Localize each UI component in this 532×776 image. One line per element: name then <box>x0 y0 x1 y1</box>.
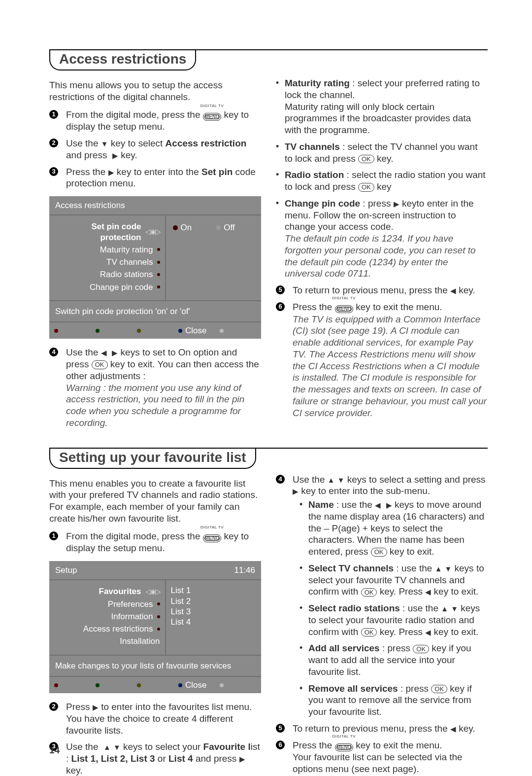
step-number-4: 4 <box>276 475 285 484</box>
ok-key-icon: OK <box>92 360 108 369</box>
step-1: 1 From the digital mode, press the DIGIT… <box>49 530 261 555</box>
menu-hint: Make changes to your lists of favourite … <box>49 655 261 676</box>
menu-list: List 2 <box>171 596 257 606</box>
left-column: This menu enables you to create a favour… <box>49 474 261 776</box>
down-arrow-icon: ▼ <box>445 564 452 574</box>
intro-text: This menu allows you to setup the access… <box>49 79 261 103</box>
menu-key-icon: DIGITAL TV MENU <box>335 740 353 752</box>
menu-footer: Close <box>49 676 261 693</box>
right-column: 4 Use the ▲ ▼ keys to select a setting a… <box>276 474 488 776</box>
ok-key-icon: OK <box>413 645 429 654</box>
down-arrow-icon: ▼ <box>113 743 121 752</box>
menu-footer: Close <box>49 321 261 339</box>
menu-row: Preferences <box>54 598 160 610</box>
bullet-maturity: Maturity rating : select your preferred … <box>276 77 488 136</box>
left-arrow-icon: ◀ <box>425 588 431 597</box>
menu-row: Favourites ◁◈▷ <box>54 585 160 598</box>
ok-key-icon: OK <box>371 548 387 557</box>
warning-note: Warning : the moment you use any kind of… <box>66 383 244 428</box>
down-arrow-icon: ▼ <box>337 476 345 485</box>
step-number-5: 5 <box>276 285 285 294</box>
right-arrow-icon: ▶ <box>394 200 399 209</box>
step-number-3: 3 <box>49 167 58 176</box>
step-3: 3 Use the ▲ ▼ keys to select your Favour… <box>49 741 261 776</box>
bullet-radio-station: Radio station : select the radio station… <box>276 169 488 193</box>
step-2: 2 Press ▶ to enter into the favourites l… <box>49 701 261 736</box>
step-1: 1 From the digital mode, press the DIGIT… <box>49 109 261 133</box>
step-number-2: 2 <box>49 139 58 147</box>
pin-note: The default pin code is 1234. If you hav… <box>285 233 476 279</box>
page-number: 14 <box>49 744 60 756</box>
menu-title: Access restrictions <box>49 196 261 215</box>
left-arrow-icon: ◀ <box>450 725 456 734</box>
step-number-1: 1 <box>49 110 58 119</box>
left-arrow-icon: ◀ <box>425 628 431 637</box>
menu-row: Set pin code protection ◁◈▷ <box>54 220 160 244</box>
step-number-1: 1 <box>49 531 58 540</box>
up-arrow-icon: ▲ <box>103 743 111 752</box>
menu-key-icon: DIGITAL TV MENU <box>335 302 353 314</box>
bullet-tv-channels: TV channels : select the TV channel you … <box>276 141 488 165</box>
menu-row: Radio stations <box>54 268 160 281</box>
menu-list: List 1 <box>171 585 257 596</box>
bullet-remove-all: Remove all services : press OK key if yo… <box>299 683 488 718</box>
menu-row: Information <box>54 610 160 623</box>
intro-text: This menu enables you to create a favour… <box>49 478 261 525</box>
option-on: On <box>173 222 211 233</box>
menu-row: TV channels <box>54 256 160 268</box>
step-6: 6 Press the DIGITAL TV MENU key to exit … <box>276 740 488 775</box>
ok-key-icon: OK <box>431 685 447 694</box>
menu-title: Setup 11:46 <box>49 561 261 580</box>
step-4: 4 Use the ▲ ▼ keys to select a setting a… <box>276 474 488 718</box>
menu-row: Installation <box>54 635 160 647</box>
right-arrow-icon: ▶ <box>93 703 99 712</box>
right-arrow-icon: ▶ <box>108 168 114 177</box>
cursor-icon: ◁◈▷ <box>145 587 160 597</box>
up-arrow-icon: ▲ <box>441 604 448 614</box>
step-2: 2 Use the ▼ key to select Access restric… <box>49 138 261 161</box>
menu-row: Change pin code <box>54 281 160 293</box>
menu-hint: Switch pin code protection 'on' or 'of' <box>49 300 261 321</box>
bullet-add-all: Add all services : press OK key if you w… <box>299 642 488 677</box>
section-title: Setting up your favourite list <box>49 448 256 469</box>
right-arrow-icon: ▶ <box>293 487 299 496</box>
menu-screenshot-access: Access restrictions Set pin code protect… <box>49 196 261 339</box>
menu-row: Access restrictions <box>54 623 160 635</box>
step-4: 4 Use the ◀ ▶ keys to set to On option a… <box>49 347 261 428</box>
section-title: Access restrictions <box>49 49 196 71</box>
step-number-4: 4 <box>49 348 58 356</box>
ok-key-icon: OK <box>358 183 374 192</box>
right-arrow-icon: ▶ <box>112 349 118 358</box>
step-3: 3 Press the ▶ key to enter into the Set … <box>49 166 261 190</box>
left-arrow-icon: ◀ <box>375 501 381 510</box>
ok-key-icon: OK <box>358 155 374 164</box>
bullet-select-radio: Select radio stations : use the ▲ ▼ keys… <box>299 602 488 637</box>
menu-time: 11:46 <box>234 565 255 575</box>
step-number-6: 6 <box>276 302 285 311</box>
right-arrow-icon: ▶ <box>386 501 392 510</box>
menu-list: List 4 <box>171 617 257 627</box>
menu-key-icon: DIGITAL TV MENU <box>203 109 221 121</box>
down-arrow-icon: ▼ <box>451 604 458 614</box>
left-arrow-icon: ◀ <box>101 349 107 358</box>
ci-note: The TV is equipped with a Common Interfa… <box>293 314 487 418</box>
left-column: This menu allows you to setup the access… <box>49 75 261 434</box>
down-arrow-icon: ▼ <box>101 140 108 149</box>
right-arrow-icon: ▶ <box>112 151 118 161</box>
up-arrow-icon: ▲ <box>328 476 335 485</box>
step-6: 6 Press the DIGITAL TV MENU key to exit … <box>276 301 488 419</box>
section-access-restrictions: Access restrictions This menu allows you… <box>49 49 488 434</box>
bullet-name: Name : use the ◀ ▶ keys to move around t… <box>299 499 488 558</box>
menu-row: Maturity rating <box>54 244 160 256</box>
bullet-change-pin: Change pin code : press ▶ keyto enter in… <box>276 198 488 280</box>
step-number-2: 2 <box>49 702 58 711</box>
section-favourite-list: Setting up your favourite list This menu… <box>49 448 488 776</box>
menu-key-icon: DIGITAL TV MENU <box>203 531 221 543</box>
option-off: Off <box>216 222 254 233</box>
right-arrow-icon: ▶ <box>239 755 245 764</box>
ok-key-icon: OK <box>361 628 377 637</box>
step-5: 5 To return to previous menu, press the … <box>276 284 488 296</box>
left-arrow-icon: ◀ <box>450 286 456 296</box>
ok-key-icon: OK <box>361 588 377 597</box>
bullet-select-tv: Select TV channels : use the ▲ ▼ keys to… <box>299 563 488 598</box>
